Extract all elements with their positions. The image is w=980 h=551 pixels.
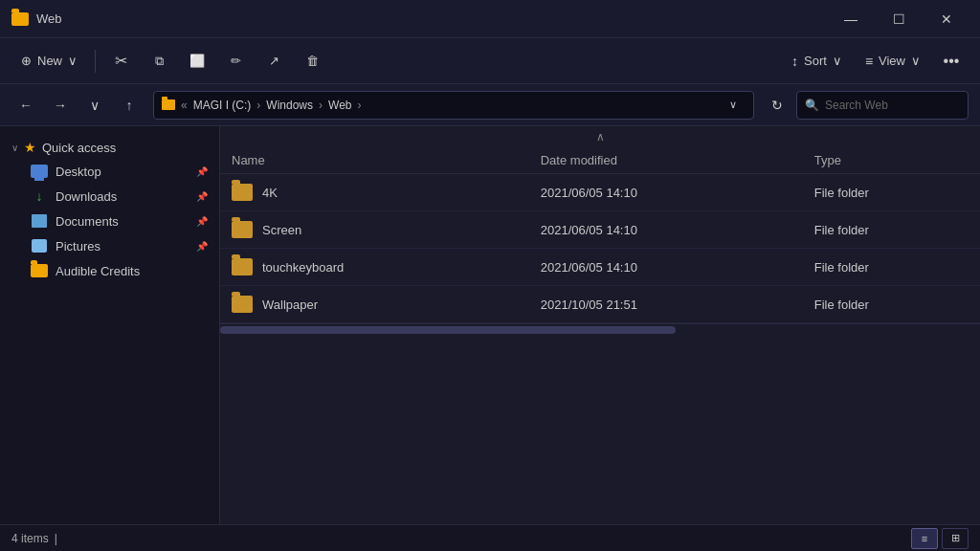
documents-icon xyxy=(31,213,48,229)
sort-label: Sort xyxy=(804,54,827,68)
pin-icon-downloads: 📌 xyxy=(196,191,208,202)
quick-access-chevron-icon: ∨ xyxy=(11,143,18,153)
table-row[interactable]: Wallpaper 2021/10/05 21:51 File folder xyxy=(220,286,980,323)
sort-chevron-icon: ∨ xyxy=(833,54,842,68)
file-name-cell-2: touchkeyboard xyxy=(220,249,529,286)
list-view-button[interactable]: ≡ xyxy=(911,528,938,549)
share-button[interactable]: ↗ xyxy=(256,44,291,78)
address-bar[interactable]: « MAGI I (C:) › Windows › Web › ∨ xyxy=(153,91,754,120)
sort-button[interactable]: ↕ Sort ∨ xyxy=(782,44,852,78)
file-date-0: 2021/06/05 14:10 xyxy=(529,174,803,211)
desktop-icon xyxy=(31,164,48,179)
nav-bar: ← → ∨ ↑ « MAGI I (C:) › Windows › Web › … xyxy=(0,84,980,126)
address-sep-2: › xyxy=(319,99,323,112)
column-name[interactable]: Name xyxy=(220,147,529,174)
tile-view-button[interactable]: ⊞ xyxy=(942,528,969,549)
sidebar-item-desktop[interactable]: Desktop 📌 xyxy=(0,159,219,184)
folder-icon-0 xyxy=(232,184,253,201)
address-sep-3: › xyxy=(358,99,362,112)
new-plus-icon: ⊕ xyxy=(21,54,32,68)
new-chevron-icon: ∨ xyxy=(68,54,78,68)
file-name-cell-3: Wallpaper xyxy=(220,286,529,323)
title-controls: — ☐ ✕ xyxy=(829,4,969,34)
maximize-button[interactable]: ☐ xyxy=(877,4,921,34)
quick-access-section: ∨ ★ Quick access Desktop 📌 ↓ Downloads 📌 xyxy=(0,134,219,285)
recent-locations-button[interactable]: ∨ xyxy=(80,91,109,120)
sidebar-pictures-label: Pictures xyxy=(56,239,189,253)
paste-icon: ⬜ xyxy=(189,54,205,68)
cut-button[interactable]: ✂ xyxy=(103,44,138,78)
address-sep-1: › xyxy=(256,99,260,112)
delete-icon: 🗑 xyxy=(306,54,319,68)
up-button[interactable]: ↑ xyxy=(115,91,144,120)
toolbar-separator-1 xyxy=(95,50,96,73)
address-web: Web xyxy=(328,99,351,112)
sidebar-desktop-label: Desktop xyxy=(56,165,189,179)
address-drive: MAGI I (C:) xyxy=(193,99,252,112)
sidebar-documents-label: Documents xyxy=(56,214,189,229)
table-row[interactable]: touchkeyboard 2021/06/05 14:10 File fold… xyxy=(220,249,980,286)
sidebar-item-documents[interactable]: Documents 📌 xyxy=(0,209,219,233)
table-row[interactable]: 4K 2021/06/05 14:10 File folder xyxy=(220,174,980,211)
minimize-button[interactable]: — xyxy=(829,4,873,34)
more-options-button[interactable]: ••• xyxy=(934,44,969,78)
title-bar-left: Web xyxy=(11,11,62,26)
rename-icon: ✏ xyxy=(231,54,241,68)
refresh-button[interactable]: ↻ xyxy=(764,92,791,119)
item-count: 4 items xyxy=(11,532,49,545)
paste-button[interactable]: ⬜ xyxy=(180,44,214,78)
quick-access-header[interactable]: ∨ ★ Quick access xyxy=(0,136,219,159)
quick-access-star-icon: ★ xyxy=(24,140,36,155)
window-title: Web xyxy=(36,11,62,26)
file-date-3: 2021/10/05 21:51 xyxy=(529,286,803,323)
close-button[interactable]: ✕ xyxy=(924,4,969,34)
sidebar-item-pictures[interactable]: Pictures 📌 xyxy=(0,233,219,258)
pictures-icon xyxy=(31,238,48,253)
view-lines-icon: ≡ xyxy=(865,54,873,69)
cut-icon: ✂ xyxy=(115,52,127,70)
pin-icon-pictures: 📌 xyxy=(196,241,208,252)
delete-button[interactable]: 🗑 xyxy=(295,44,329,78)
search-box[interactable]: 🔍 Search Web xyxy=(796,91,969,120)
file-name-cell-0: 4K xyxy=(220,174,529,211)
column-date-modified[interactable]: Date modified xyxy=(529,147,803,174)
address-windows: Windows xyxy=(266,99,313,112)
file-type-1: File folder xyxy=(803,211,980,249)
file-name-2: touchkeyboard xyxy=(262,260,344,275)
sidebar-downloads-label: Downloads xyxy=(56,189,189,204)
address-chevron-button[interactable]: ∨ xyxy=(721,93,746,118)
column-type[interactable]: Type xyxy=(803,147,980,174)
sidebar-item-audible-credits[interactable]: Audible Credits xyxy=(0,258,219,283)
view-label: View xyxy=(879,54,905,68)
tile-view-icon: ⊞ xyxy=(951,532,960,544)
file-list-container: ∧ Name Date modified Type 4K 2021/06/05 … xyxy=(220,126,980,524)
sort-arrows-icon: ↕ xyxy=(791,54,798,69)
share-icon: ↗ xyxy=(269,54,279,68)
rename-button[interactable]: ✏ xyxy=(218,44,253,78)
status-separator: | xyxy=(55,532,57,545)
downloads-icon: ↓ xyxy=(31,188,48,204)
new-button[interactable]: ⊕ New ∨ xyxy=(11,44,87,78)
table-row[interactable]: Screen 2021/06/05 14:10 File folder xyxy=(220,211,980,249)
sidebar: ∨ ★ Quick access Desktop 📌 ↓ Downloads 📌 xyxy=(0,126,220,524)
forward-button[interactable]: → xyxy=(46,91,75,120)
address-folder-icon xyxy=(162,99,175,110)
file-table: Name Date modified Type 4K 2021/06/05 14… xyxy=(220,147,980,323)
view-toggles: ≡ ⊞ xyxy=(911,528,969,549)
back-button[interactable]: ← xyxy=(11,91,40,120)
copy-button[interactable]: ⧉ xyxy=(142,44,176,78)
pin-icon-documents: 📌 xyxy=(196,216,208,227)
folder-icon-1 xyxy=(232,221,253,238)
horizontal-scrollbar-thumb[interactable] xyxy=(220,326,676,334)
sidebar-item-downloads[interactable]: ↓ Downloads 📌 xyxy=(0,184,219,209)
sort-arrow-indicator: ∧ xyxy=(220,126,980,147)
file-name-3: Wallpaper xyxy=(262,298,318,312)
search-placeholder: Search Web xyxy=(825,99,888,112)
file-date-2: 2021/06/05 14:10 xyxy=(529,249,803,286)
folder-icon-2 xyxy=(232,258,253,276)
view-button[interactable]: ≡ View ∨ xyxy=(856,44,930,78)
horizontal-scrollbar[interactable] xyxy=(220,323,980,335)
status-bar: 4 items | ≡ ⊞ xyxy=(0,524,980,551)
copy-icon: ⧉ xyxy=(155,54,164,69)
file-type-0: File folder xyxy=(803,174,980,211)
